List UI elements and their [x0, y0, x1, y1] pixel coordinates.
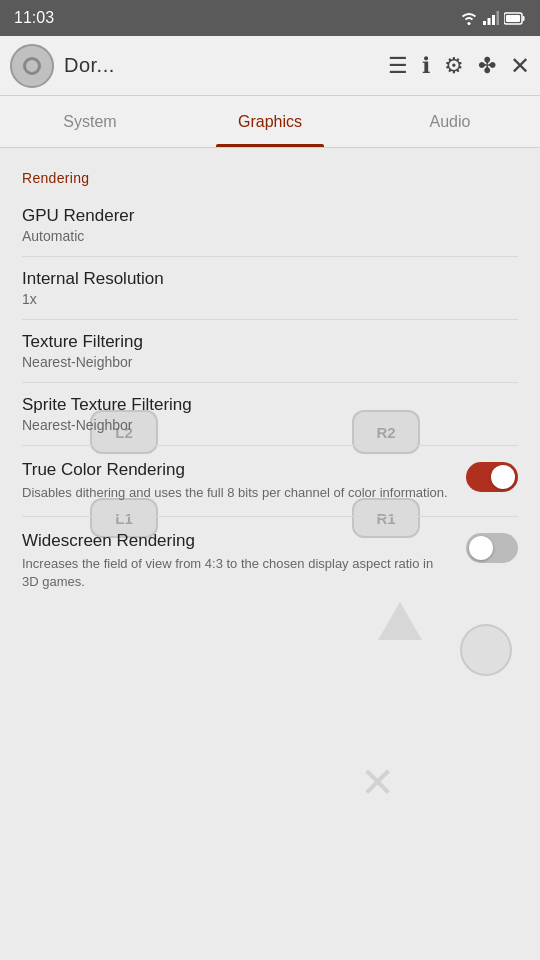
- circle-button: [460, 624, 512, 676]
- battery-icon: [504, 12, 526, 25]
- toggle-true-color[interactable]: [466, 462, 518, 492]
- menu-icon[interactable]: ☰: [388, 53, 408, 79]
- tab-graphics[interactable]: Graphics: [180, 96, 360, 147]
- tab-audio[interactable]: Audio: [360, 96, 540, 147]
- svg-point-0: [468, 22, 471, 25]
- tabs: System Graphics Audio: [0, 96, 540, 148]
- close-icon[interactable]: ✕: [510, 52, 530, 80]
- cross-button: ✕: [360, 758, 395, 807]
- status-icons: [460, 11, 526, 25]
- setting-texture-filtering[interactable]: Texture Filtering Nearest-Neighbor: [0, 320, 540, 382]
- toggle-widescreen[interactable]: [466, 533, 518, 563]
- svg-rect-1: [483, 21, 486, 25]
- gamepad-icon[interactable]: ✤: [478, 53, 496, 79]
- svg-rect-3: [492, 15, 495, 25]
- app-bar-icons: ☰ ℹ ⚙ ✤ ✕: [388, 52, 530, 80]
- setting-text-widescreen: Widescreen Rendering Increases the field…: [22, 531, 466, 591]
- setting-true-color-rendering[interactable]: True Color Rendering Disables dithering …: [0, 446, 540, 516]
- svg-rect-2: [488, 18, 491, 25]
- status-bar: 11:03: [0, 0, 540, 36]
- app-bar: Dor... ☰ ℹ ⚙ ✤ ✕: [0, 36, 540, 96]
- status-time: 11:03: [14, 9, 54, 27]
- svg-rect-7: [506, 15, 520, 22]
- svg-rect-4: [497, 11, 500, 25]
- signal-icon: [483, 11, 499, 25]
- setting-sprite-texture-filtering[interactable]: Sprite Texture Filtering Nearest-Neighbo…: [0, 383, 540, 445]
- setting-widescreen-rendering[interactable]: Widescreen Rendering Increases the field…: [0, 517, 540, 605]
- tab-system[interactable]: System: [0, 96, 180, 147]
- svg-rect-6: [523, 16, 525, 21]
- settings-content: Rendering GPU Renderer Automatic Interna…: [0, 148, 540, 616]
- content-area: L2 R2 L1 R1 ✕ Rendering GPU Renderer Aut…: [0, 148, 540, 960]
- app-logo-inner: [23, 57, 41, 75]
- info-icon[interactable]: ℹ: [422, 53, 430, 79]
- section-header-rendering: Rendering: [0, 158, 540, 194]
- toggle-thumb-widescreen: [469, 536, 493, 560]
- settings-icon[interactable]: ⚙: [444, 53, 464, 79]
- wifi-icon: [460, 11, 478, 25]
- app-title: Dor...: [64, 54, 378, 77]
- setting-internal-resolution[interactable]: Internal Resolution 1x: [0, 257, 540, 319]
- app-logo: [10, 44, 54, 88]
- toggle-thumb-true-color: [491, 465, 515, 489]
- setting-text-true-color: True Color Rendering Disables dithering …: [22, 460, 466, 502]
- setting-gpu-renderer[interactable]: GPU Renderer Automatic: [0, 194, 540, 256]
